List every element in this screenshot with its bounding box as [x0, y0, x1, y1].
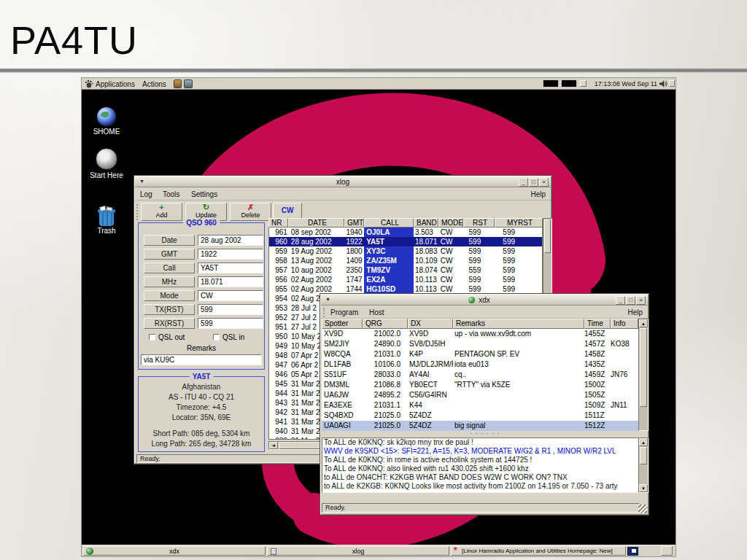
- qso-row[interactable]: 95919 Aug 20021800XY3C18.083CW599599: [269, 246, 542, 256]
- announcements-vscrollbar[interactable]: ▲ ▼: [638, 438, 649, 493]
- speaker-icon[interactable]: [659, 80, 667, 88]
- tx-rst-button[interactable]: TX(RST): [144, 304, 195, 315]
- column-header-nr[interactable]: NR: [268, 218, 288, 228]
- qsl-in-checkbox[interactable]: [213, 334, 220, 341]
- close-button[interactable]: ×: [539, 178, 549, 187]
- panel-launcher-icon-2[interactable]: [184, 79, 193, 88]
- column-header-mode[interactable]: MODE: [438, 218, 463, 228]
- pane-resize-handle[interactable]: · · · · · ·: [320, 430, 650, 437]
- spot-row[interactable]: SQ4BXD21025.05Z4DZ1511Z: [322, 411, 638, 421]
- xdx-titlebar[interactable]: ▾ xdx _ □ ×: [321, 295, 648, 306]
- cell-mode: CW: [438, 275, 463, 284]
- gmt-input[interactable]: 1922: [198, 249, 263, 260]
- desktop-icon-trash[interactable]: Trash: [85, 206, 128, 235]
- qso-frame: QSO 960 Date 28 aug 2002 GMT 1922 Call Y…: [138, 222, 265, 370]
- scroll-down-icon[interactable]: ▼: [639, 484, 648, 492]
- show-desktop-icon[interactable]: [627, 547, 638, 556]
- spot-list-vscrollbar[interactable]: ▲: [638, 319, 649, 431]
- cell-gmt: 1922: [344, 237, 364, 246]
- mhz-button[interactable]: MHz: [144, 276, 195, 287]
- spot-row[interactable]: DM3ML21086.8YB0ECT"RTTY" via K5ZE1500Z: [322, 380, 638, 390]
- maximize-button[interactable]: □: [529, 178, 538, 187]
- scrollbar-thumb[interactable]: [544, 219, 551, 253]
- menu-host[interactable]: Host: [369, 306, 384, 319]
- menu-settings[interactable]: Settings: [191, 188, 217, 201]
- qso-row-selected[interactable]: 96028 aug 20021922YA5T18.071CW599599: [269, 237, 542, 246]
- menu-log[interactable]: Log: [140, 188, 152, 201]
- workspace-cell-1[interactable]: [543, 79, 559, 88]
- column-header-time[interactable]: Time: [584, 319, 611, 329]
- menu-help[interactable]: Help: [530, 188, 546, 201]
- menu-tools[interactable]: Tools: [163, 188, 179, 201]
- window-resize-grip[interactable]: [638, 505, 647, 513]
- pager-mini-button[interactable]: [580, 80, 587, 87]
- scrollbar-thumb[interactable]: [640, 447, 647, 464]
- taskbar-item-xlog[interactable]: xlog: [267, 546, 449, 556]
- qsl-out-checkbox[interactable]: [149, 334, 155, 341]
- cell-gmt: 1800: [344, 246, 364, 256]
- column-header-spotter[interactable]: Spotter: [322, 319, 363, 329]
- date-button[interactable]: Date: [144, 235, 195, 246]
- tx-rst-input[interactable]: 599: [198, 304, 263, 315]
- spot-row[interactable]: S51UF28033.0AY4AIcq..1459ZJN76: [322, 370, 638, 380]
- panel-applet-icon[interactable]: [669, 80, 675, 87]
- remarks-input[interactable]: via KU9C: [141, 354, 262, 365]
- tab-cw[interactable]: CW: [273, 203, 302, 218]
- spot-row[interactable]: EA3EXE21031.1K441509ZJN11: [322, 400, 638, 411]
- delete-button[interactable]: ✗ Delete: [230, 203, 271, 221]
- close-button[interactable]: ×: [636, 296, 646, 305]
- desktop-icon-home[interactable]: SHOME: [85, 107, 128, 136]
- workspace-cell-2[interactable]: [561, 79, 577, 88]
- qso-row[interactable]: 95602 Aug 20021747EX2A10.113CW599599: [269, 275, 542, 284]
- column-header-qrg[interactable]: QRG: [363, 319, 408, 329]
- desktop-icon-start-here[interactable]: Start Here: [85, 148, 128, 179]
- mhz-input[interactable]: 18.071: [198, 276, 263, 287]
- qso-row[interactable]: 95813 Aug 20021409ZA/Z35M10.109CW599599: [269, 256, 542, 265]
- taskbar-hide-button[interactable]: [661, 546, 673, 556]
- column-header-date[interactable]: DATE: [288, 218, 344, 228]
- menu-actions[interactable]: Actions: [142, 78, 166, 90]
- call-input[interactable]: YA5T: [198, 262, 263, 273]
- qso-row[interactable]: 96108 sep 20021940OJ0LA3.503CW599599: [269, 228, 542, 237]
- add-button[interactable]: + Add: [141, 203, 182, 221]
- xlog-titlebar[interactable]: ▾ xlog _ □ ×: [135, 176, 551, 187]
- taskbar-item-browser[interactable]: * [Linux Hamradio Application and Utilit…: [451, 546, 626, 556]
- rx-rst-button[interactable]: RX(RST): [144, 318, 195, 329]
- spot-row[interactable]: XV9D21002.0XV9Dup - via www.xv9dt.com145…: [322, 329, 638, 339]
- column-header-remarks[interactable]: Remarks: [453, 319, 584, 329]
- cell-date: 02 Aug 2002: [289, 275, 345, 284]
- minimize-button[interactable]: _: [616, 296, 625, 305]
- column-header-dx[interactable]: DX: [408, 319, 453, 329]
- date-input[interactable]: 28 aug 2002: [198, 235, 263, 246]
- column-header-gmt[interactable]: GMT: [344, 218, 364, 228]
- gmt-button[interactable]: GMT: [144, 249, 195, 260]
- mode-input[interactable]: CW: [198, 290, 263, 301]
- menu-help[interactable]: Help: [627, 306, 643, 319]
- rx-rst-input[interactable]: 599: [198, 318, 263, 329]
- column-header-myrst[interactable]: MYRST: [495, 218, 543, 228]
- spot-row[interactable]: W8CQA21031.0K4PPENTAGON SP. EV1458Z: [322, 349, 638, 359]
- column-header-info[interactable]: Info: [611, 319, 638, 329]
- spot-row[interactable]: UA6JW24895.2C56/G4IRN1505Z: [322, 390, 638, 400]
- scroll-up-icon[interactable]: ▲: [639, 438, 648, 446]
- maximize-button[interactable]: □: [626, 296, 635, 305]
- mode-button[interactable]: Mode: [144, 290, 195, 301]
- taskbar-item-label: xdx: [169, 548, 179, 555]
- column-header-call[interactable]: CALL: [364, 218, 414, 228]
- scroll-left-icon[interactable]: ◄: [269, 442, 278, 449]
- menu-program[interactable]: Program: [330, 306, 358, 319]
- column-header-band[interactable]: BAND: [414, 218, 438, 228]
- column-header-rst[interactable]: RST: [463, 218, 495, 228]
- spot-row[interactable]: DL1FAB10106.0MJ/DL2JRM/Piota eu0131435Z: [322, 359, 638, 370]
- announcements-textarea[interactable]: To ALL de K0KNQ: sk k2kqo mny tnx de pau…: [322, 438, 638, 493]
- menu-applications[interactable]: Applications: [96, 78, 135, 90]
- scroll-up-icon[interactable]: ▲: [639, 319, 648, 327]
- call-button[interactable]: Call: [144, 262, 195, 273]
- gnome-foot-icon[interactable]: [85, 79, 93, 88]
- taskbar-item-xdx[interactable]: xdx: [83, 546, 266, 556]
- qso-row[interactable]: 95710 aug 20022350TM9ZV18.074CW559599: [269, 265, 542, 275]
- scrollbar-thumb[interactable]: [640, 328, 647, 407]
- minimize-button[interactable]: _: [519, 178, 528, 187]
- spot-row[interactable]: SM2JIY24890.0SV8/DJ5IH1457ZKO38: [322, 339, 638, 349]
- panel-launcher-icon-1[interactable]: [174, 79, 182, 88]
